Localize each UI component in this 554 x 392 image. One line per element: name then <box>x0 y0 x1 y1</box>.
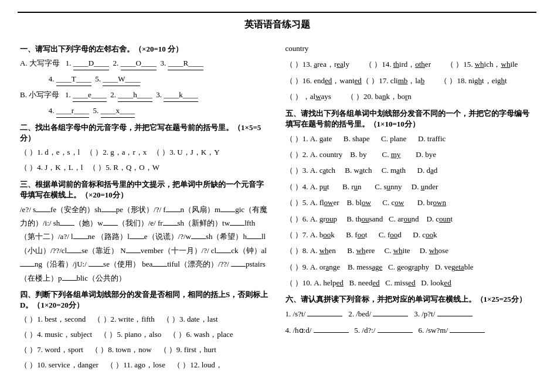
section5-item9: （ ）9. A. orange B. message C. geography … <box>286 260 535 274</box>
section6-row2: 4. /hɑ:d/ 5. /d?:/ 6. /sw?m/ <box>286 323 535 337</box>
section4-title: 四、判断下列各组单词划线部分的发音是否相同，相同的括上S，否则标上D。（1×20… <box>20 289 269 311</box>
section1-b-row2: 4. ____r____ 5. ____x____ <box>20 104 269 118</box>
section2-item2: （ ）4. J，K，L，l （ ）5. R，Q，O，W <box>20 161 269 174</box>
section6-title: 六、请认真拼读下列音标，并把对应的单词写在横线上。（1×25=25分） <box>286 294 535 305</box>
section4-item3: （ ）7. word，sport （ ）8. town，now （ ）9. fi… <box>20 343 269 356</box>
section5-item4: （ ）4. A. put B. run C. sunny D. under <box>286 180 535 193</box>
section1-a-row2: 4. ____T____ 5. ____W____ <box>20 73 269 86</box>
page-title: 英语语音练习题 <box>18 12 536 31</box>
section2-title: 二、找出各组字母中的元音字母，并把它写在题号前的括号里。（1×5=5分） <box>20 122 269 144</box>
section5-item3: （ ）3. A. catch B. watch C. math D. dad <box>286 163 535 177</box>
right-line1: （ ）13. area，realy （ ）14. third，other （ ）… <box>286 57 535 71</box>
section1-b-label: B. 小写字母 1. ____e____ 2. ____h____ 3. ___… <box>20 88 269 102</box>
section4-item2: （ ）4. music，subject （ ）5. piano，also （ ）… <box>20 328 269 341</box>
section5-item7: （ ）7. A. book B. foot C. food D. cook <box>286 228 535 241</box>
section5-title: 五、请找出下列各组单词中划线部分发音不同的一个，并把它的字母编号填写在题号前的括… <box>286 108 535 129</box>
section5-item8: （ ）8. A. when B. where C. white D. whose <box>286 244 535 257</box>
section5-item1: （ ）1. A. gate B. shape C. plane D. traff… <box>286 132 535 145</box>
section3-content: /e?/ sfe（安全的）shpe（形状）/?/ fn（风扇）mgic（有魔力的… <box>20 203 269 285</box>
section5-item6: （ ）6. A. group B. thousand C. around D. … <box>286 212 535 226</box>
section5-items: （ ）1. A. gate B. shape C. plane D. traff… <box>286 132 535 290</box>
section6-row1: 1. /s?t/ 2. /bed/ 3. /p?t/ <box>286 307 535 321</box>
section3-title: 三、根据单词前的音标和括号里的中文提示，把单词中所缺的一个元音字母填写在横线上。… <box>20 179 269 200</box>
section4-item4: （ ）10. service，danger （ ）11. ago，lose （ … <box>20 359 269 371</box>
right-line3: （ ），always （ ）20. bank，born <box>286 90 535 103</box>
country-line: country <box>286 42 535 55</box>
section5-item2: （ ）2. A. country B. by C. my D. bye <box>286 148 535 161</box>
section1-a-label: A. 大写字母 1. ____D____ 2. ____O____ 3. ___… <box>20 57 269 70</box>
section2-item1: （ ）1. d，e，s，l （ ）2. g，a，r，x （ ）3. U，J，K，… <box>20 146 269 159</box>
right-line2: （ ）16. ended，wanted（ ）17. climb，lab （ ）1… <box>286 74 535 87</box>
section4-item1: （ ）1. best，second （ ）2. write，fifth （ ）3… <box>20 313 269 326</box>
section1-title: 一、请写出下列字母的左邻右舍。（×20=10 分） <box>20 44 269 54</box>
section5-item10: （ ）10. A. helped B. needed C. missed D. … <box>286 276 535 289</box>
page-wrapper: 英语语音练习题 一、请写出下列字母的左邻右舍。（×20=10 分） A. 大写字… <box>18 12 536 374</box>
left-column: 一、请写出下列字母的左邻右舍。（×20=10 分） A. 大写字母 1. ___… <box>18 39 271 374</box>
right-column: country （ ）13. area，realy （ ）14. third，o… <box>283 39 537 374</box>
section5-item5: （ ）5. A. flower B. blow C. cow D. brown <box>286 196 535 209</box>
